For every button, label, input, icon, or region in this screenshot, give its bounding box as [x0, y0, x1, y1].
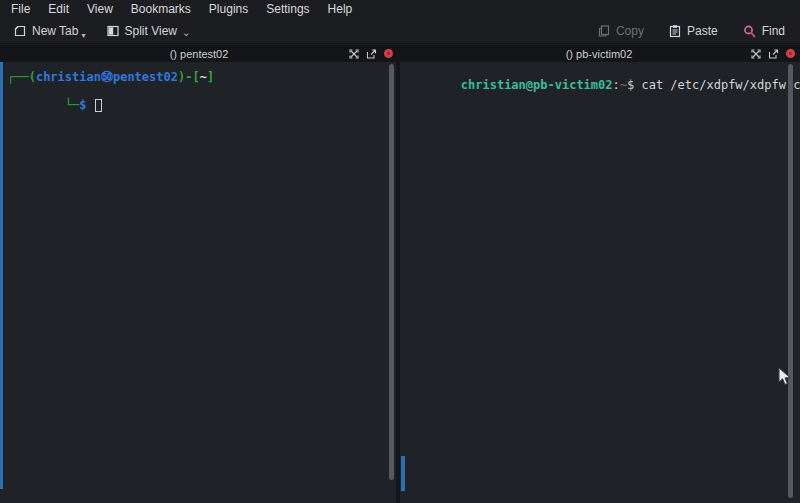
prompt-line-2: └─$ [7, 84, 396, 126]
terminal-pane-pentest02[interactable]: ┌──(christian㊿pentest02)-[~] └─$ [0, 62, 396, 503]
menu-edit[interactable]: Edit [39, 0, 78, 19]
terminal-pane-pb-victim02[interactable]: christian@pb-victim02:~$ cat /etc/xdpfw/… [400, 62, 800, 503]
copy-button[interactable]: Copy [590, 22, 651, 40]
pane-header-pentest02[interactable]: () pentest02 [0, 45, 398, 62]
menu-bookmarks[interactable]: Bookmarks [122, 0, 200, 19]
split-view-chevron[interactable]: ⌄ [182, 27, 190, 38]
paste-button[interactable]: Paste [661, 22, 725, 40]
mouse-cursor [778, 367, 792, 387]
terminal-split-area: ┌──(christian㊿pentest02)-[~] └─$ christi… [0, 62, 800, 503]
new-tab-icon [13, 24, 27, 38]
detach-pane-icon[interactable] [366, 49, 377, 59]
left-pane-activity-bar [0, 62, 3, 489]
copy-label: Copy [616, 24, 644, 38]
maximize-pane-icon[interactable] [349, 49, 359, 59]
menu-settings[interactable]: Settings [257, 0, 318, 19]
right-pane-activity-bar [401, 456, 405, 491]
prompt-line-1: ┌──(christian㊿pentest02)-[~] [7, 70, 396, 84]
main-toolbar: New Tab ▾ Split View ⌄ Copy [0, 19, 800, 44]
pane-header-icons [751, 45, 795, 62]
right-pane-scrollbar[interactable] [788, 64, 793, 498]
paste-icon [668, 24, 682, 38]
split-view-label: Split View [125, 24, 177, 38]
terminal-cursor [95, 99, 102, 112]
menu-bar: File Edit View Bookmarks Plugins Setting… [0, 0, 800, 19]
command-line: christian@pb-victim02:~$ cat /etc/xdpfw/… [403, 64, 800, 106]
find-label: Find [762, 24, 785, 38]
toolbar-left-group: New Tab ▾ Split View ⌄ [6, 22, 197, 40]
terminal-content: ┌──(christian㊿pentest02)-[~] └─$ [0, 62, 396, 126]
pane-header-icons [349, 45, 393, 62]
pane-title: () pentest02 [170, 48, 229, 60]
terminal-content: christian@pb-victim02:~$ cat /etc/xdpfw/… [400, 62, 800, 106]
new-tab-button[interactable]: New Tab ▾ [6, 22, 95, 40]
split-header-bar: () pentest02 () pb-victim02 [0, 45, 800, 62]
paste-label: Paste [687, 24, 718, 38]
find-button[interactable]: Find [735, 22, 792, 41]
new-tab-label: New Tab [32, 24, 78, 38]
pane-header-pb-victim02[interactable]: () pb-victim02 [398, 45, 800, 62]
menu-plugins[interactable]: Plugins [200, 0, 257, 19]
menu-file[interactable]: File [2, 0, 39, 19]
pane-title: () pb-victim02 [566, 48, 633, 60]
menu-view[interactable]: View [78, 0, 122, 19]
left-pane-scrollbar[interactable] [389, 64, 394, 480]
menu-help[interactable]: Help [319, 0, 362, 19]
konsole-window: { "menu": { "items": ["File", "Edit", "V… [0, 0, 800, 503]
detach-pane-icon[interactable] [768, 49, 779, 59]
copy-icon [597, 24, 611, 38]
split-view-button[interactable]: Split View ⌄ [99, 22, 198, 40]
maximize-pane-icon[interactable] [751, 49, 761, 59]
close-pane-button[interactable] [384, 49, 393, 58]
new-tab-dropdown-caret[interactable]: ▾ [81, 31, 85, 40]
close-pane-button[interactable] [786, 49, 795, 58]
toolbar-right-group: Copy Paste Find [590, 22, 792, 41]
split-view-icon [106, 24, 120, 38]
find-icon [742, 24, 757, 39]
